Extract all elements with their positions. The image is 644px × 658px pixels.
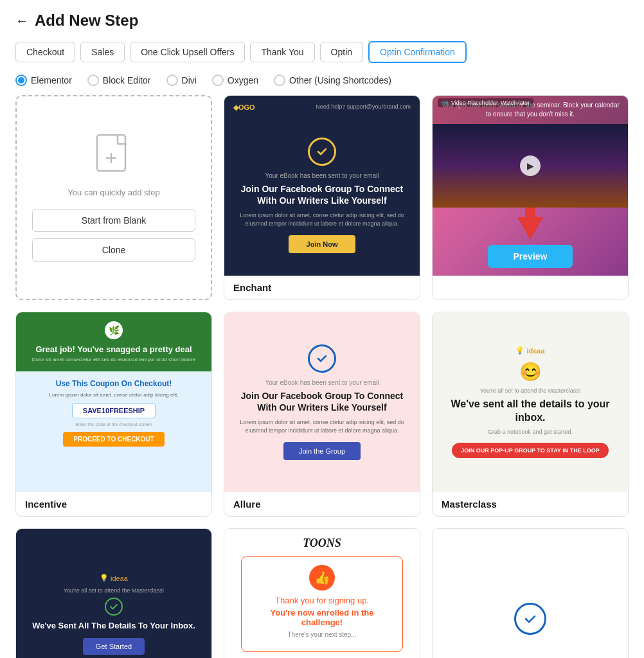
radio-oxygen-label: Oxygen	[228, 75, 258, 85]
tab-optin-confirmation[interactable]: Optin Confirmation	[368, 41, 467, 63]
incentive-code: SAVE10FREESHIP	[72, 403, 156, 418]
masterclass-title: We've sent all the details to your inbox…	[443, 398, 618, 425]
enchant-preview: ◆OGO Need help? support@yourbrand.com Yo…	[224, 96, 420, 276]
minimal-check-icon	[514, 603, 546, 635]
allure-body: Lorem ipsum dolor sit amet, conse ctetur…	[235, 418, 409, 434]
dark-ideaa-bulb-icon: 💡	[100, 574, 109, 582]
incentive-checkout-button[interactable]: PROCEED TO CHECKOUT	[63, 432, 164, 447]
tab-thank-you[interactable]: Thank You	[250, 42, 314, 62]
preview-video-label: 📹 Video Placeholder Watch later	[438, 98, 533, 107]
editor-type-bar: Elementor Block Editor Divi Oxygen Other…	[0, 68, 644, 95]
radio-block-editor[interactable]: Block Editor	[87, 75, 151, 86]
template-blank[interactable]: You can quickly add step Start from Blan…	[15, 95, 212, 300]
preview-card-preview: Your spot has been saved for the seminar…	[433, 96, 628, 276]
radio-elementor-circle	[15, 75, 27, 86]
masterclass-label: Masterclass	[433, 492, 628, 516]
masterclass-sub2: Grab a notebook and get started.	[488, 429, 573, 435]
template-allure[interactable]: Your eBook has been sent to your email J…	[224, 312, 420, 517]
page-header: ← Add New Step	[0, 0, 644, 36]
allure-preview: Your eBook has been sent to your email J…	[224, 312, 420, 492]
incentive-top-sub: Dolor sit amet consectetur elit sed do e…	[32, 357, 195, 362]
template-incentive[interactable]: 🌿 Great job! You've snagged a pretty dea…	[15, 312, 212, 517]
template-enchant[interactable]: ◆OGO Need help? support@yourbrand.com Yo…	[224, 95, 420, 300]
incentive-top-title: Great job! You've snagged a pretty deal	[35, 344, 192, 354]
toons-logo: TOONS	[303, 537, 341, 550]
incentive-logo-circle: 🌿	[105, 321, 123, 339]
template-masterclass[interactable]: 💡 ideaa 😊 You're all set to attend the M…	[432, 312, 629, 517]
toons-preview: TOONS 👍 Thank you for signing up. You're…	[224, 529, 420, 658]
incentive-bg: 🌿 Great job! You've snagged a pretty dea…	[16, 312, 211, 492]
incentive-code-note: Enter this code at the checkout screen	[75, 422, 152, 427]
toons-bg: TOONS 👍 Thank you for signing up. You're…	[224, 529, 420, 658]
radio-divi-circle	[166, 75, 178, 86]
red-arrow-container	[433, 208, 628, 240]
radio-oxygen-circle	[212, 75, 224, 86]
incentive-coupon-sub: Lorem ipsum dolor sit amet, conse ctetur…	[49, 392, 179, 398]
templates-grid: You can quickly add step Start from Blan…	[0, 95, 644, 658]
incentive-preview: 🌿 Great job! You've snagged a pretty dea…	[16, 312, 211, 492]
dark-ideaa-subtitle: You're all set to attend the Masterclass…	[64, 587, 164, 594]
dark-ideaa-check-icon	[105, 598, 123, 616]
play-button[interactable]: ▶	[520, 156, 541, 176]
dark-ideaa-logo: 💡 ideaa	[100, 574, 128, 582]
dark-ideaa-preview: 💡 ideaa You're all set to attend the Mas…	[16, 529, 211, 658]
blank-actions: Start from Blank Clone	[32, 209, 195, 262]
back-button[interactable]: ←	[15, 13, 28, 28]
preview-button[interactable]: Preview	[488, 245, 573, 268]
allure-bg: Your eBook has been sent to your email J…	[224, 312, 420, 492]
radio-divi-label: Divi	[182, 75, 197, 85]
radio-divi[interactable]: Divi	[166, 75, 197, 86]
toons-enrolled: You're now enrolled in the challenge!	[249, 608, 395, 627]
masterclass-emoji: 😊	[519, 361, 542, 382]
play-icon: ▶	[527, 161, 534, 171]
enchant-label: Enchant	[224, 276, 420, 299]
tabs-bar: Checkout Sales One Click Upsell Offers T…	[0, 36, 644, 68]
toons-next: There's your next step...	[288, 631, 357, 638]
radio-shortcodes[interactable]: Other (Using Shortcodes)	[274, 75, 391, 86]
dark-ideaa-title: We've Sent All The Details To Your Inbox…	[32, 621, 195, 632]
dark-ideaa-cta-button[interactable]: Get Started	[83, 638, 145, 655]
masterclass-cta-button[interactable]: JOIN OUR POP-UP GROUP TO STAY IN THE LOO…	[452, 443, 608, 458]
radio-block-editor-label: Block Editor	[103, 75, 151, 85]
allure-check-icon	[308, 344, 336, 373]
blank-description: You can quickly add step	[67, 188, 159, 197]
tab-optin[interactable]: Optin	[320, 42, 363, 62]
radio-elementor-label: Elementor	[31, 75, 72, 85]
masterclass-bg: 💡 ideaa 😊 You're all set to attend the M…	[433, 312, 628, 492]
template-preview-card[interactable]: Your spot has been saved for the seminar…	[432, 95, 629, 300]
allure-label: Allure	[224, 492, 420, 516]
tab-checkout[interactable]: Checkout	[15, 42, 75, 62]
enchant-cta-button[interactable]: Join Now	[289, 235, 356, 253]
template-dark-ideaa[interactable]: 💡 ideaa You're all set to attend the Mas…	[15, 528, 212, 658]
incentive-top: 🌿 Great job! You've snagged a pretty dea…	[16, 312, 211, 371]
watch-later: Watch later	[501, 100, 530, 106]
back-icon: ←	[15, 13, 28, 28]
enchant-body: Lorem ipsum dolor sit amet, conse ctetur…	[235, 211, 409, 227]
enchant-support: Need help? support@yourbrand.com	[316, 103, 411, 112]
masterclass-subtitle: You're all set to attend the Masterclass…	[480, 387, 580, 394]
incentive-label: Incentive	[16, 492, 211, 516]
allure-subtitle: Your eBook has been sent to your email	[265, 379, 379, 386]
clone-button[interactable]: Clone	[32, 238, 195, 262]
radio-oxygen[interactable]: Oxygen	[212, 75, 258, 86]
dark-ideaa-bg: 💡 ideaa You're all set to attend the Mas…	[16, 529, 211, 658]
enchant-header: ◆OGO Need help? support@yourbrand.com	[224, 103, 420, 112]
start-from-blank-button[interactable]: Start from Blank	[32, 209, 195, 232]
template-minimal[interactable]	[432, 528, 629, 658]
enchant-bg: ◆OGO Need help? support@yourbrand.com Yo…	[224, 96, 420, 276]
radio-elementor[interactable]: Elementor	[15, 75, 72, 86]
toons-thanks: Thank you for signing up.	[275, 596, 369, 605]
allure-title: Join Our Facebook Group To Connect With …	[235, 390, 409, 413]
tab-sales[interactable]: Sales	[80, 42, 125, 62]
radio-shortcodes-circle	[274, 75, 285, 86]
allure-cta-button[interactable]: Join the Group	[283, 442, 361, 460]
enchant-subtitle: Your eBook has been sent to your email	[265, 172, 379, 179]
template-toons[interactable]: TOONS 👍 Thank you for signing up. You're…	[224, 528, 420, 658]
tab-one-click-upsell[interactable]: One Click Upsell Offers	[130, 42, 245, 62]
page-title: Add New Step	[35, 12, 138, 30]
radio-shortcodes-label: Other (Using Shortcodes)	[289, 75, 391, 85]
minimal-preview	[433, 529, 628, 658]
preview-video-image: ▶	[433, 124, 628, 208]
preview-btn-area: Preview	[433, 237, 628, 276]
enchant-title: Join Our Facebook Group To Connect With …	[235, 183, 409, 206]
